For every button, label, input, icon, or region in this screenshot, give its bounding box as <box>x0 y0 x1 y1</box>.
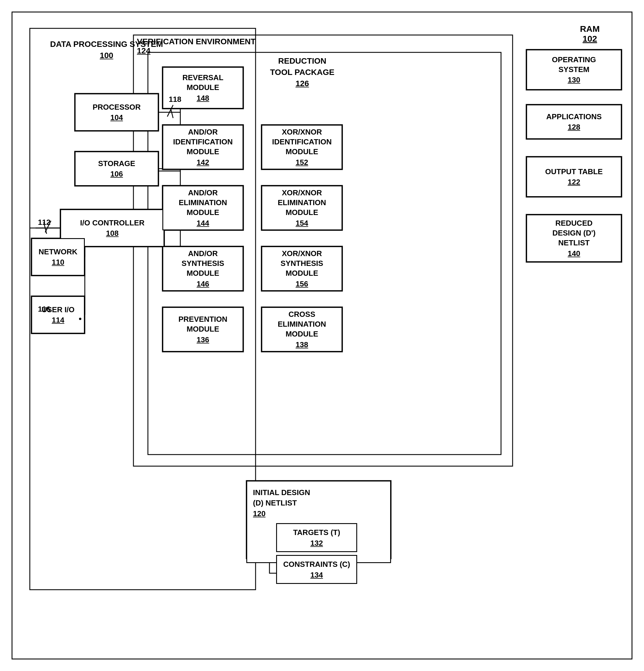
and-or-synth-box: AND/ORSYNTHESISMODULE 146 <box>162 246 243 291</box>
rtp-number: 126 <box>295 79 309 88</box>
operating-system-box: OPERATINGSYSTEM 130 <box>526 50 622 90</box>
rtp-label: REDUCTIONTOOL PACKAGE 126 <box>270 55 334 89</box>
processor-box: PROCESSOR 104 <box>75 93 159 131</box>
svg-line-39 <box>167 105 173 117</box>
xor-xnor-id-box: XOR/XNORIDENTIFICATIONMODULE 152 <box>261 125 342 169</box>
user-io-box: USER I/O 114 <box>31 296 85 334</box>
constraints-box: CONSTRAINTS (C) 134 <box>276 555 357 584</box>
slash-118 <box>166 105 177 119</box>
slash-112 <box>44 221 55 235</box>
prevention-module-box: PREVENTIONMODULE 136 <box>162 307 243 352</box>
xor-xnor-synth-box: XOR/XNORSYNTHESISMODULE 156 <box>261 246 342 291</box>
network-box: NETWORK 110 <box>31 238 85 276</box>
targets-box: TARGETS (T) 132 <box>276 523 357 552</box>
storage-box: STORAGE 106 <box>75 151 159 186</box>
initial-design-box: INITIAL DESIGN(D) NETLIST 120 TARGETS (T… <box>246 481 391 563</box>
conn-118-label: 118 <box>169 95 181 104</box>
ram-number: 102 <box>583 34 597 43</box>
dot-116 <box>79 318 81 320</box>
and-or-id-box: AND/ORIDENTIFICATIONMODULE 142 <box>162 125 243 169</box>
ve-number: 124 <box>137 46 151 55</box>
ve-label: VERIFICATION ENVIRONMENT 124 <box>137 37 255 55</box>
output-table-box: OUTPUT TABLE 122 <box>526 156 622 197</box>
initial-design-number: 120 <box>253 509 265 518</box>
cross-elimination-box: CROSSELIMINATIONMODULE 138 <box>261 307 342 352</box>
applications-box: APPLICATIONS 128 <box>526 104 622 139</box>
xor-xnor-elim-box: XOR/XNORELIMINATIONMODULE 154 <box>261 186 342 230</box>
conn-116-label: 116 <box>38 305 50 314</box>
and-or-elim-box: AND/ORELIMINATIONMODULE 144 <box>162 186 243 230</box>
reduced-design-box: REDUCEDDESIGN (D')NETLIST 140 <box>526 214 622 262</box>
ram-label: RAM 102 <box>580 24 600 44</box>
svg-line-40 <box>45 221 51 232</box>
dps-number: 100 <box>100 51 113 60</box>
diagram-container: DATA PROCESSING SYSTEM 100 RAM 102 VERIF… <box>12 12 632 659</box>
